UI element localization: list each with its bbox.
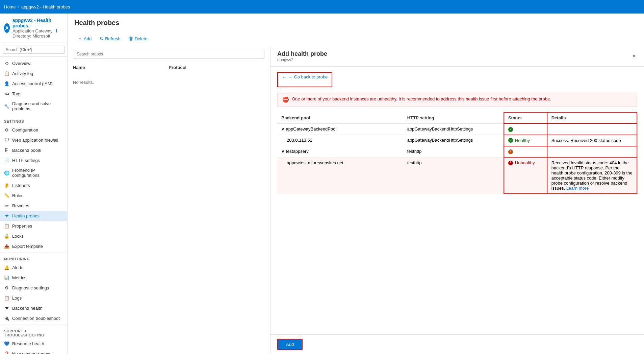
support-section-title: Support + troubleshooting: [0, 325, 67, 338]
sidebar-item-label: Backend health: [12, 306, 43, 311]
sidebar-item-activity-log[interactable]: 📋 Activity log: [0, 68, 67, 78]
settings-section-title: Settings: [0, 115, 67, 125]
learn-more-link[interactable]: Learn more: [566, 186, 589, 191]
sidebar-item-listeners[interactable]: 👂 Listeners: [0, 180, 67, 190]
sidebar-item-configuration[interactable]: ⚙ Configuration: [0, 125, 67, 135]
flyout-subtitle: appgwv2: [277, 57, 327, 62]
sidebar-header: A appgwv2 - Health probes Application Ga…: [0, 14, 67, 43]
properties-icon: 📋: [4, 223, 9, 229]
sidebar-item-label: Logs: [12, 296, 22, 301]
breadcrumb-separator: ›: [18, 4, 19, 9]
sidebar-item-diagnostic-settings[interactable]: ⚙ Diagnostic settings: [0, 283, 67, 293]
config-icon: ⚙: [4, 127, 9, 133]
sidebar-item-diagnose[interactable]: 🔧 Diagnose and solve problems: [0, 99, 67, 114]
healthy-dot: ✓: [508, 138, 513, 143]
cell-backend-pool: ∨ appGatewayBackendPool: [277, 123, 403, 135]
cell-backend-pool: 203.0.113.52: [277, 135, 403, 146]
overview-icon: ⊙: [4, 61, 9, 66]
add-probe-button[interactable]: Add: [277, 339, 303, 350]
warning-icon: ⛔: [282, 96, 289, 103]
sidebar-item-label: Diagnose and solve problems: [12, 101, 63, 111]
sidebar-logo-icon: A: [4, 23, 10, 33]
sidebar-item-metrics[interactable]: 📊 Metrics: [0, 273, 67, 283]
support-icon: ❓: [4, 351, 9, 354]
health-probes-icon: ❤: [4, 213, 9, 218]
sidebar-item-connection-troubleshoot[interactable]: 🔌 Connection troubleshoot: [0, 313, 67, 323]
cell-backend-pool: appgwtest.azurewebsites.net: [277, 157, 403, 194]
export-icon: 📤: [4, 243, 9, 249]
cell-http-setting: testhttp: [403, 157, 504, 194]
content-area: Health probes ＋ Add ↻ Refresh 🗑 Delete: [68, 14, 644, 354]
backend-pools-icon: 🗄: [4, 147, 9, 153]
go-back-wrapper: ← ← Go back to probe: [277, 72, 332, 87]
cell-details: [547, 146, 637, 158]
sidebar-item-rules[interactable]: 📏 Rules: [0, 190, 67, 200]
waf-icon: 🛡: [4, 137, 9, 143]
sidebar-item-backend-pools[interactable]: 🗄 Backend pools: [0, 145, 67, 155]
flyout-close-button[interactable]: ×: [631, 51, 637, 61]
toolbar: ＋ Add ↻ Refresh 🗑 Delete: [68, 31, 644, 46]
add-button[interactable]: ＋ Add: [74, 34, 95, 43]
sidebar-item-alerts[interactable]: 🔔 Alerts: [0, 262, 67, 273]
sidebar-item-rewrites[interactable]: ✏ Rewrites: [0, 200, 67, 211]
refresh-icon: ↻: [100, 36, 104, 41]
sidebar-item-label: Listeners: [12, 183, 30, 188]
status-healthy: ✓ Healthy: [508, 138, 543, 143]
sidebar-item-export-template[interactable]: 📤 Export template: [0, 241, 67, 251]
warning-text: One or more of your backend instances ar…: [292, 96, 551, 101]
activity-log-icon: 📋: [4, 71, 9, 76]
sidebar-item-locks[interactable]: 🔒 Locks: [0, 231, 67, 241]
metrics-icon: 📊: [4, 275, 9, 280]
healthy-label: Healthy: [515, 138, 530, 143]
backend-health-icon: ❤: [4, 305, 9, 311]
sidebar-item-label: HTTP settings: [12, 158, 40, 163]
sidebar: A appgwv2 - Health probes Application Ga…: [0, 14, 68, 354]
sidebar-item-overview[interactable]: ⊙ Overview: [0, 58, 67, 68]
sidebar-logo: A appgwv2 - Health probes Application Ga…: [4, 18, 63, 39]
sidebar-item-label: Resource health: [12, 341, 44, 346]
sidebar-item-label: Frontend IP configurations: [12, 168, 63, 178]
go-back-label: ← Go back to probe: [288, 74, 328, 79]
http-settings-icon: 📄: [4, 158, 9, 163]
sidebar-title: appgwv2 - Health probes: [12, 18, 63, 28]
sidebar-item-tags[interactable]: 🏷 Tags: [0, 89, 67, 99]
sidebar-item-health-probes[interactable]: ❤ Health probes: [0, 211, 67, 221]
logs-icon: 📋: [4, 295, 9, 301]
no-results-message: No results.: [68, 73, 270, 92]
delete-button[interactable]: 🗑 Delete: [125, 34, 151, 43]
flyout-body: ← ← Go back to probe ⛔ One or more of yo…: [271, 67, 644, 334]
sidebar-item-label: Activity log: [12, 71, 33, 76]
sidebar-item-label: Diagnostic settings: [12, 285, 49, 290]
resource-health-icon: 💙: [4, 341, 9, 346]
table-row: appgwtest.azurewebsites.net testhttp ! U…: [277, 157, 637, 194]
sidebar-item-logs[interactable]: 📋 Logs: [0, 293, 67, 303]
col-protocol: Protocol: [169, 65, 265, 70]
top-bar: Home › appgwv2 - Health probes: [0, 0, 644, 14]
cell-http-setting: appGatewayBackendHttpSettings: [403, 135, 504, 146]
sidebar-item-label: Properties: [12, 223, 32, 229]
sidebar-item-label: Web application firewall: [12, 138, 58, 143]
breadcrumb-home[interactable]: Home: [4, 4, 16, 9]
sidebar-item-http-settings[interactable]: 📄 HTTP settings: [0, 155, 67, 165]
go-back-to-probe-button[interactable]: ← ← Go back to probe: [278, 73, 332, 81]
sidebar-item-waf[interactable]: 🛡 Web application firewall: [0, 135, 67, 145]
sidebar-search-input[interactable]: [3, 46, 65, 54]
status-green-dot: ✓: [508, 127, 513, 132]
alerts-icon: 🔔: [4, 265, 9, 270]
sidebar-item-resource-health[interactable]: 💙 Resource health: [0, 338, 67, 349]
sidebar-item-backend-health[interactable]: ❤ Backend health: [0, 303, 67, 313]
table-row: ∨ appGatewayBackendPool appGatewayBacken…: [277, 123, 637, 135]
sidebar-item-properties[interactable]: 📋 Properties: [0, 221, 67, 231]
sidebar-item-access-control[interactable]: 👤 Access control (IAM): [0, 78, 67, 89]
probes-search-input[interactable]: [73, 50, 264, 58]
col-details: Details: [547, 112, 637, 123]
sidebar-resource-type: Application Gateway ℹ Directory: Microso…: [12, 28, 63, 39]
cell-status: ✓: [504, 123, 547, 135]
warning-banner: ⛔ One or more of your backend instances …: [277, 93, 637, 107]
refresh-button[interactable]: ↻ Refresh: [96, 34, 124, 43]
sidebar-item-frontend-ip[interactable]: 🌐 Frontend IP configurations: [0, 165, 67, 180]
frontend-ip-icon: 🌐: [4, 170, 9, 175]
sidebar-item-new-support[interactable]: ❓ New support request: [0, 349, 67, 354]
cell-status: !: [504, 146, 547, 158]
cell-details: [547, 123, 637, 135]
